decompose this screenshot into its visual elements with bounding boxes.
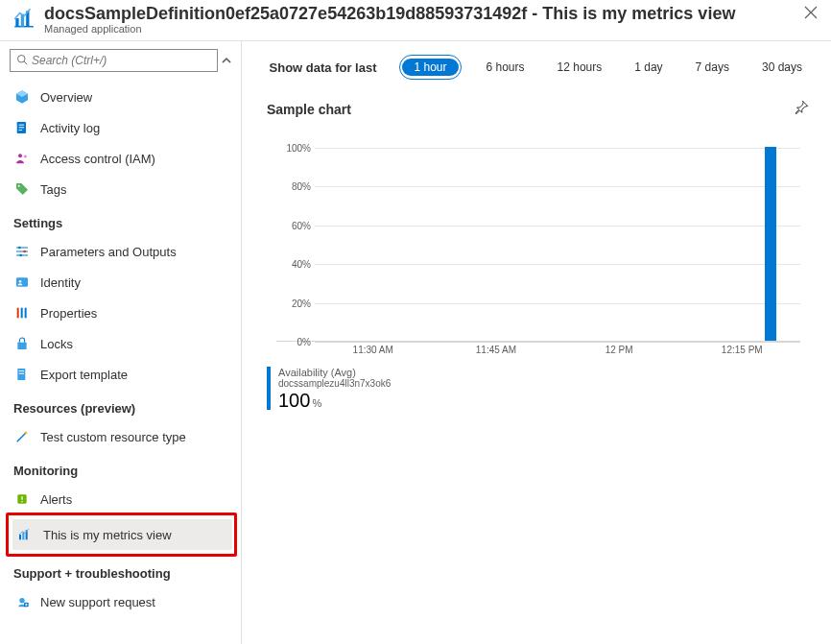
svg-point-8 (18, 154, 22, 157)
sidebar-item-label: This is my metrics view (43, 528, 172, 542)
template-icon (13, 366, 31, 383)
svg-point-3 (18, 55, 26, 62)
cube-icon (13, 88, 31, 106)
svg-rect-20 (17, 369, 25, 380)
svg-rect-19 (17, 343, 26, 349)
sidebar-section-settings: Settings (13, 216, 235, 230)
time-range-6hours[interactable]: 6 hours (479, 59, 533, 76)
sliders-icon (13, 243, 31, 260)
identity-icon (13, 274, 31, 291)
support-icon (13, 593, 31, 610)
y-tick-label: 80% (276, 181, 311, 192)
sidebar-item-alerts[interactable]: Alerts (10, 484, 235, 514)
x-tick-label: 12 PM (605, 345, 633, 355)
sidebar-item-label: Parameters and Outputs (40, 245, 177, 259)
svg-point-9 (24, 155, 27, 157)
page-title: docsSampleDefinition0ef25a0727e54263b19d… (44, 4, 800, 24)
svg-point-13 (19, 254, 22, 257)
collapse-nav-icon[interactable] (218, 56, 235, 65)
svg-point-11 (18, 247, 21, 250)
legend-value: 100% (278, 391, 391, 410)
y-tick-label: 100% (276, 143, 311, 154)
svg-rect-0 (15, 18, 18, 27)
alert-icon (13, 490, 31, 508)
sidebar-item-label: Activity log (40, 121, 100, 135)
chart-legend: Availability (Avg) docssamplezu4ll3n7x3o… (267, 367, 810, 410)
people-icon (13, 150, 31, 167)
svg-rect-25 (19, 535, 21, 539)
y-tick-label: 20% (276, 298, 311, 308)
sidebar-item-activity-log[interactable]: Activity log (10, 112, 235, 143)
sidebar-item-locks[interactable]: Locks (10, 328, 235, 359)
sidebar-section-support: Support + troubleshooting (13, 566, 235, 581)
sidebar-item-label: Test custom resource type (40, 430, 186, 444)
sidebar-item-label: Overview (40, 90, 92, 105)
sidebar-item-export-template[interactable]: Export template (10, 359, 235, 390)
chart-bar (765, 147, 776, 341)
svg-point-12 (23, 250, 26, 253)
close-button[interactable] (800, 4, 821, 25)
time-range-12hours[interactable]: 12 hours (550, 59, 610, 76)
legend-color-swatch (267, 367, 271, 410)
sidebar-item-overview[interactable]: Overview (10, 82, 235, 112)
sidebar-item-label: Identity (40, 275, 81, 290)
sidebar-item-parameters[interactable]: Parameters and Outputs (10, 236, 235, 267)
sidebar-item-custom-resource[interactable]: Test custom resource type (10, 421, 235, 452)
sidebar-item-access-control[interactable]: Access control (IAM) (10, 143, 235, 174)
svg-point-15 (19, 280, 22, 283)
svg-rect-21 (19, 370, 24, 371)
sidebar-section-monitoring: Monitoring (13, 464, 235, 478)
legend-metric-name: Availability (Avg) (278, 367, 391, 378)
svg-rect-7 (19, 130, 22, 131)
sidebar-item-label: New support request (40, 595, 155, 609)
sidebar-item-properties[interactable]: Properties (10, 298, 235, 328)
sidebar-item-label: Access control (IAM) (40, 152, 155, 166)
svg-rect-5 (19, 125, 24, 126)
svg-rect-16 (17, 308, 19, 319)
lock-icon (13, 335, 31, 352)
sidebar-item-label: Tags (40, 182, 66, 197)
y-tick-label: 0% (276, 337, 311, 347)
sidebar-item-label: Properties (40, 306, 97, 321)
sidebar-item-label: Locks (40, 337, 73, 351)
y-tick-label: 60% (276, 220, 311, 230)
log-icon (13, 119, 31, 136)
time-range-selector: Show data for last 1 hour 6 hours 12 hou… (267, 55, 810, 80)
svg-point-24 (21, 501, 22, 502)
time-range-7days[interactable]: 7 days (688, 59, 737, 76)
svg-point-10 (18, 185, 20, 187)
x-tick-label: 12:15 PM (722, 345, 763, 355)
svg-rect-17 (21, 308, 23, 319)
wand-icon (13, 428, 31, 445)
search-input[interactable] (28, 50, 211, 71)
time-range-30days[interactable]: 30 days (754, 59, 810, 76)
metrics-icon (16, 526, 34, 543)
time-range-label: Show data for last (270, 60, 377, 75)
sidebar-item-metrics-view[interactable]: This is my metrics view (12, 519, 232, 550)
sidebar-item-tags[interactable]: Tags (10, 174, 235, 204)
svg-rect-22 (19, 373, 24, 374)
sidebar-item-new-support[interactable]: New support request (10, 586, 235, 617)
y-tick-label: 40% (276, 259, 311, 270)
sidebar-item-label: Export template (40, 368, 128, 382)
sidebar: Overview Activity log Access control (IA… (0, 41, 242, 644)
sidebar-item-label: Alerts (40, 492, 72, 507)
chart-title: Sample chart (267, 102, 351, 117)
time-range-1day[interactable]: 1 day (627, 59, 670, 76)
tag-icon (13, 180, 31, 198)
properties-icon (13, 304, 31, 322)
svg-rect-18 (25, 308, 27, 319)
page-subtitle: Managed application (44, 23, 800, 35)
svg-rect-26 (22, 532, 24, 539)
sidebar-item-identity[interactable]: Identity (10, 267, 235, 298)
x-tick-label: 11:30 AM (353, 345, 393, 355)
pin-button[interactable] (793, 99, 810, 119)
time-range-1hour[interactable]: 1 hour (402, 59, 458, 76)
svg-point-28 (19, 598, 24, 603)
svg-rect-6 (19, 127, 24, 128)
chart-area: 0%20%40%60%80%100% 11:30 AM11:45 AM12 PM… (276, 148, 800, 361)
sidebar-section-resources: Resources (preview) (13, 401, 235, 416)
legend-resource-name: docssamplezu4ll3n7x3ok6 (278, 378, 391, 389)
metrics-icon (12, 6, 36, 34)
search-input-wrapper[interactable] (10, 49, 218, 72)
